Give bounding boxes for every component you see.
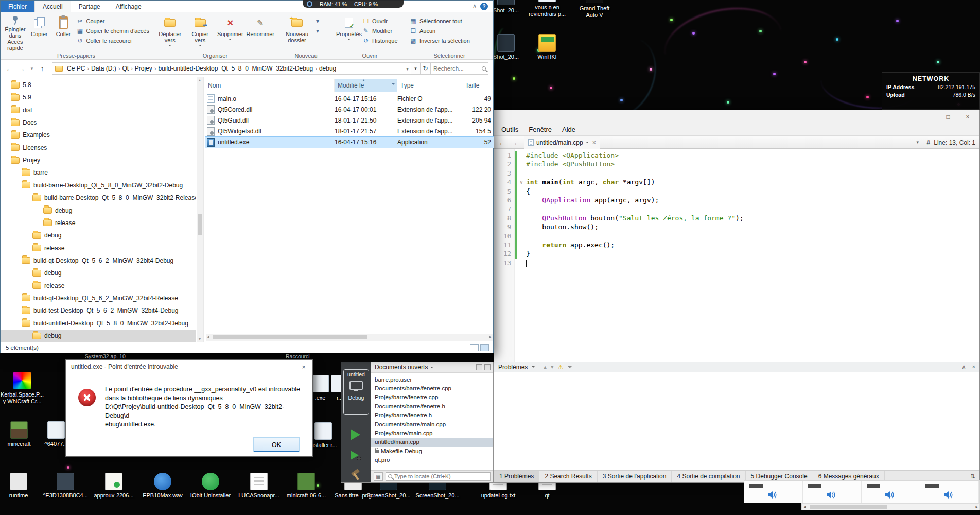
desktop-icon[interactable]: EPB10Max.wav (139, 473, 186, 499)
address-history-icon[interactable]: ▾ (411, 62, 421, 75)
ribbon-tab-fichier[interactable]: Fichier (1, 1, 34, 12)
ok-button[interactable]: OK (254, 438, 299, 452)
open-documents-title[interactable]: Documents ouverts (375, 364, 428, 371)
tree-item[interactable]: Projey (1, 154, 196, 166)
open-document-item[interactable]: Documents/barre/fenetre.cpp (371, 384, 493, 392)
output-pane-button[interactable]: 2 Search Results (539, 471, 597, 482)
tree-item[interactable]: build-barre-Desktop_Qt_5_8_0_MinGW_32bit… (1, 192, 196, 204)
edit-button[interactable]: ✎ Modifier (361, 26, 398, 36)
ribbon-tab-accueil[interactable]: Accueil (34, 1, 71, 12)
select-none-button[interactable]: ☐ Aucun (409, 26, 470, 36)
paste-button[interactable]: Coller (51, 14, 76, 51)
tree-item[interactable]: Licenses (1, 142, 196, 154)
menu-outils[interactable]: Outils (501, 126, 518, 133)
file-list-scrollbar[interactable]: ◂ ▸ (206, 334, 493, 341)
tree-item[interactable]: Examples (1, 129, 196, 141)
breadcrumb-item[interactable]: Data (D:) (89, 65, 118, 72)
open-document-item[interactable]: Projey/barre/fenetre.cpp (371, 393, 493, 402)
build-button[interactable] (351, 469, 362, 480)
desktop-icon[interactable]: LUCASnonapr... (236, 473, 282, 499)
desktop-icon[interactable]: WinHKI (524, 34, 570, 60)
scroll-right-icon[interactable]: ▸ (975, 504, 978, 509)
recent-locations-icon[interactable]: ▾ (28, 60, 36, 77)
hash-icon[interactable]: # (927, 139, 931, 146)
desktop-icon[interactable]: Kerbal.Space.P... y WhiCraft Cr... (0, 372, 45, 405)
splitter[interactable] (203, 77, 204, 342)
tree-scrollbar[interactable]: ▴ ▾ (197, 77, 203, 342)
mixer-channel[interactable] (803, 481, 862, 503)
tree-item[interactable]: 5.8 (1, 79, 196, 91)
details-view-icon[interactable] (480, 344, 489, 351)
cut-button[interactable]: ✂ Couper (75, 16, 149, 26)
open-document-item[interactable]: Projey/barre/main.cpp (371, 428, 493, 437)
up-button[interactable]: ↑ (37, 60, 48, 77)
filter-dropdown-icon[interactable] (392, 83, 395, 87)
fold-marker-icon[interactable]: ∨ (518, 178, 525, 187)
scrollbar-thumb[interactable] (810, 505, 887, 509)
scroll-up-icon[interactable]: ▴ (544, 364, 547, 370)
file-row[interactable]: Qt5Guid.dll18-01-17 21:50Extension de l'… (205, 115, 494, 126)
chevron-down-icon[interactable] (532, 366, 535, 369)
scroll-left-icon[interactable]: ◂ (207, 334, 209, 339)
speaker-icon[interactable] (884, 490, 895, 502)
breadcrumb-item[interactable]: Qt (120, 65, 131, 72)
tree-item[interactable]: build-test-Desktop_Qt_5_6_2_MinGW_32bit4… (1, 304, 196, 317)
column-header-name[interactable]: Nom (205, 79, 335, 92)
scroll-up-icon[interactable]: ▴ (197, 78, 203, 82)
scroll-left-icon[interactable]: ◂ (803, 504, 806, 509)
breadcrumb-item[interactable]: Projey (133, 65, 154, 72)
pane-close-icon[interactable]: × (972, 364, 975, 370)
scroll-down-icon[interactable]: ▾ (197, 337, 203, 341)
navigate-forward-icon[interactable]: → (509, 136, 520, 149)
kit-selector-button[interactable]: untitled Debug (343, 369, 369, 415)
tree-item[interactable]: debug (1, 330, 196, 342)
list-view-icon[interactable] (470, 344, 479, 351)
mixer-channel[interactable] (744, 481, 803, 503)
search-box[interactable] (431, 62, 488, 75)
desktop-icon[interactable]: Grand Theft Auto V (572, 0, 617, 19)
open-button[interactable]: ☐ Ouvrir (361, 16, 398, 26)
menu-fenêtre[interactable]: Fenêtre (529, 126, 552, 133)
split-dropdown-icon[interactable]: ▾ (916, 140, 919, 145)
search-input[interactable] (433, 65, 482, 72)
open-document-item[interactable]: Documents/barre/main.cpp (371, 420, 493, 428)
output-pane-toggle-icon[interactable]: ⇅ (970, 473, 975, 480)
desktop-icon[interactable]: IObit Uninstaller (187, 473, 234, 499)
breadcrumb-item[interactable]: build-untitled-Desktop_Qt_5_8_0_MinGW_32… (156, 65, 315, 72)
breadcrumb-item[interactable]: Ce PC (65, 65, 87, 72)
open-document-item[interactable]: barre.pro.user (371, 375, 493, 384)
problems-pane-title[interactable]: Problèmes (498, 364, 528, 371)
refresh-icon[interactable]: ↻ (421, 62, 431, 75)
output-pane-button[interactable]: 4 Sortie de compilation (672, 471, 745, 482)
ribbon-tab-partage[interactable]: Partage (71, 1, 108, 12)
file-row[interactable]: Qt5Cored.dll16-04-17 00:01Extension de l… (205, 104, 494, 115)
warning-filter-icon[interactable]: ⚠ (557, 364, 563, 371)
scroll-down-icon[interactable]: ▾ (551, 364, 554, 370)
speaker-icon[interactable] (826, 490, 836, 502)
new-item-button[interactable]: ▾ (313, 16, 324, 26)
chevron-down-icon[interactable] (586, 142, 589, 145)
output-panes-menu-button[interactable]: ▦ (374, 472, 383, 481)
open-document-item[interactable]: Makefile.Debug (371, 447, 493, 455)
close-tab-icon[interactable]: × (592, 139, 596, 146)
tab-main-cpp[interactable]: untitled/main.cpp × (524, 136, 600, 149)
select-all-button[interactable]: ▦ Sélectionner tout (409, 16, 470, 26)
address-dropdown-icon[interactable]: ▾ (406, 66, 409, 72)
open-document-item[interactable]: qt.pro (371, 456, 493, 465)
file-row[interactable]: main.o16-04-17 15:16Fichier O49 (205, 93, 494, 104)
column-header-size[interactable]: Taille (462, 79, 491, 92)
chevron-down-icon[interactable] (430, 367, 433, 370)
output-pane-button[interactable]: 3 Sortie de l'application (598, 471, 672, 482)
desktop-icon[interactable]: approuv-2206... (91, 473, 137, 499)
tree-item[interactable]: release (1, 242, 196, 254)
pin-to-quick-access-button[interactable]: Épingler dans Accès rapide (3, 14, 27, 51)
scrollbar-thumb[interactable] (198, 214, 202, 235)
split-panel-icon[interactable] (476, 364, 482, 370)
open-document-item[interactable]: untitled/main.cpp (371, 438, 493, 447)
forward-button[interactable]: → (16, 60, 27, 77)
tree-item[interactable]: 5.9 (1, 91, 196, 104)
invert-selection-button[interactable]: ▩ Inverser la sélection (409, 36, 470, 45)
ribbon-collapse-icon[interactable]: ∧ (472, 3, 477, 9)
new-folder-button[interactable]: ✦ Nouveau dossier (281, 14, 313, 51)
ribbon-tab-affichage[interactable]: Affichage (108, 1, 149, 12)
